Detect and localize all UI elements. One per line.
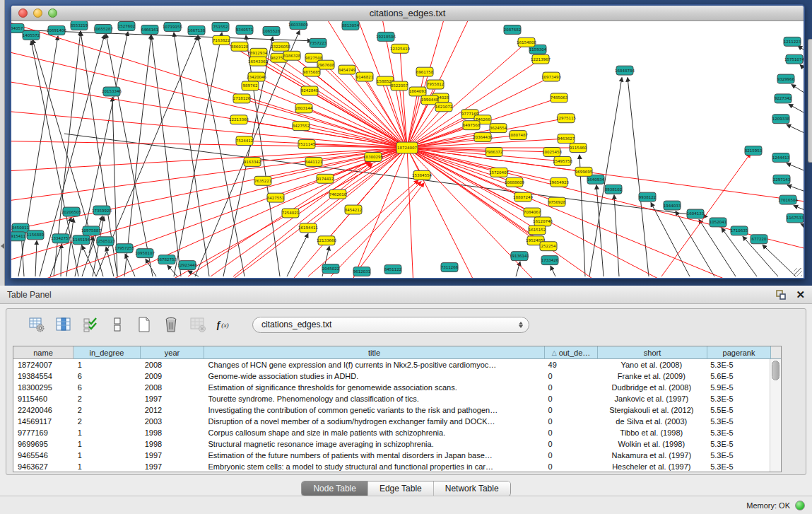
table-cell: 6 (73, 383, 141, 392)
table-scrollbar-thumb[interactable] (772, 361, 779, 380)
graph-node-label: 989762 (243, 83, 258, 88)
table-row[interactable]: 946554611997Estimation of the future num… (13, 450, 770, 461)
graph-node-label: 10958107 (135, 251, 155, 255)
graph-node-label: 2045022 (322, 267, 339, 271)
graph-node-label: 9340571 (236, 28, 253, 32)
graph-node-label: 8427551 (267, 196, 284, 200)
table-settings-icon[interactable] (28, 315, 46, 334)
column-header-title[interactable]: title (204, 346, 545, 359)
graph-node-label: 8427552 (293, 124, 310, 128)
table-cell: Changes of HCN gene expression and I(f) … (204, 361, 544, 369)
show-column-icon[interactable] (54, 315, 73, 334)
table-selector-dropdown[interactable]: citations_edges.txt (252, 317, 529, 333)
close-panel-icon[interactable]: ✕ (796, 290, 805, 300)
graph-node-label: 16033809 (288, 23, 308, 27)
column-header-out_de[interactable]: △out_de… (545, 346, 598, 359)
new-table-icon[interactable] (135, 315, 153, 334)
dropdown-stepper-icon (519, 322, 523, 328)
tab-edge-table[interactable]: Edge Table (368, 481, 434, 496)
graph-node-label: 8813054 (342, 23, 360, 28)
graph-node-label: 16782753 (157, 257, 177, 262)
graph-node-label: 12975115 (556, 116, 576, 120)
close-window-icon[interactable] (18, 8, 28, 18)
graph-node-label: 15384554 (412, 173, 432, 177)
table-cell: 0 (544, 462, 597, 471)
table-row[interactable]: 969969511998Structural magnetic resonanc… (13, 438, 770, 450)
table-row[interactable]: 977716911998Corpus callosum shape and si… (13, 427, 770, 438)
graph-node-label: 7635221 (254, 179, 271, 183)
graph-node-label: 1733426 (541, 258, 559, 262)
table-row[interactable]: 911546021997Tourette syndrome. Phenomeno… (13, 393, 770, 404)
graph-node-label: 1667138 (188, 28, 206, 33)
tab-network-table[interactable]: Network Table (434, 481, 510, 496)
graph-node-label: 8912934 (250, 51, 268, 55)
network-window-titlebar[interactable]: citations_edges.txt (11, 6, 804, 21)
citation-network-graph[interactable]: 1872400793405714055722069140685532191065… (11, 21, 804, 278)
graph-node-label: 7357223 (310, 41, 327, 45)
table-row[interactable]: 1456911722003Disruption of a novel membe… (13, 416, 770, 427)
graph-node-label: 20364436 (473, 135, 493, 139)
control-panel-splitter[interactable] (0, 0, 5, 286)
table-cell: 0 (544, 406, 597, 414)
table-cell: 1998 (141, 440, 204, 448)
table-cell: Investigating the contribution of common… (204, 406, 544, 414)
graph-node-label: 10025458 (542, 150, 562, 154)
graph-node-label: 1405572 (23, 33, 40, 37)
select-columns-icon[interactable] (81, 315, 100, 334)
graph-node-label: 9174412 (317, 177, 334, 181)
table-row[interactable]: 2242004622012Investigating the contribut… (13, 404, 770, 416)
graph-node-label: 23420046 (247, 75, 266, 79)
graph-node-label: 20153346 (102, 89, 122, 93)
table-cell: 1 (73, 451, 141, 460)
tab-node-table[interactable]: Node Table (302, 481, 368, 496)
splitter-collapse-icon[interactable] (1, 243, 4, 249)
table-panel-body: f (x) citations_edges.txt namein_degreey… (6, 308, 806, 475)
table-cell: 22420046 (13, 406, 73, 414)
graph-node-label: 3915411 (11, 234, 25, 238)
column-header-in_degree[interactable]: in_degree (73, 346, 141, 359)
graph-node-label: 1864093 (409, 89, 427, 93)
delete-icon[interactable] (162, 315, 180, 334)
table-scrollbar[interactable] (770, 359, 781, 472)
graph-node-label: 19654923 (549, 180, 569, 185)
graph-node-label: 751552 (213, 25, 228, 29)
graph-node-label: 15751074 (784, 57, 804, 62)
table-row[interactable]: 1872400712008Changes of HCN gene express… (13, 359, 770, 370)
table-row[interactable]: 1830029562008Estimation of significance … (13, 382, 770, 393)
graph-node-label: 10719155 (163, 25, 182, 29)
table-cell: 9699695 (13, 440, 73, 448)
table-cell: 19384554 (13, 372, 73, 380)
table-toolbar: f (x) citations_edges.txt (6, 309, 806, 340)
window-controls (18, 8, 57, 18)
graph-node-label: 1167533 (787, 216, 804, 220)
node-table: namein_degreeyeartitle△out_de…shortpager… (13, 346, 782, 472)
column-header-short[interactable]: short (598, 346, 707, 359)
column-header-name[interactable]: name (13, 346, 73, 359)
network-canvas[interactable]: 1872400793405714055722069140685532191065… (11, 21, 804, 278)
column-header-pagerank[interactable]: pagerank (707, 346, 771, 359)
table-cell: 6 (73, 372, 141, 380)
graph-node-label: 6466161 (141, 28, 158, 32)
float-panel-icon[interactable] (776, 290, 786, 300)
graph-node-label: 7462610 (329, 192, 347, 197)
window-resize-grip[interactable] (794, 268, 802, 276)
graph-node-label: 7955812 (427, 83, 444, 87)
memory-status-led[interactable] (795, 501, 805, 510)
table-cell: Disruption of a novel member of a sodium… (204, 417, 544, 426)
table-cell: 0 (544, 383, 597, 392)
row-height-icon[interactable] (108, 315, 126, 334)
minimize-window-icon[interactable] (33, 8, 42, 18)
table-row[interactable]: 946362711997Embryonic stem cells: a mode… (13, 461, 770, 472)
graph-node-label: 8215953 (745, 148, 763, 153)
table-cell: 2 (73, 417, 141, 426)
graph-node-label: 7986372 (486, 150, 502, 154)
graph-node-label: 8450011 (12, 226, 29, 230)
column-header-year[interactable]: year (141, 346, 204, 359)
function-builder-icon[interactable]: f (x) (216, 315, 234, 334)
table-row[interactable]: 1938455462009Genome-wide association stu… (13, 370, 770, 382)
table-cell: 9115460 (13, 395, 73, 403)
table-cell: 0 (544, 440, 597, 448)
graph-node-label: 1244413 (772, 156, 790, 160)
zoom-window-icon[interactable] (48, 8, 57, 18)
table-cell: Dudbridge et al. (2008) (596, 383, 706, 392)
